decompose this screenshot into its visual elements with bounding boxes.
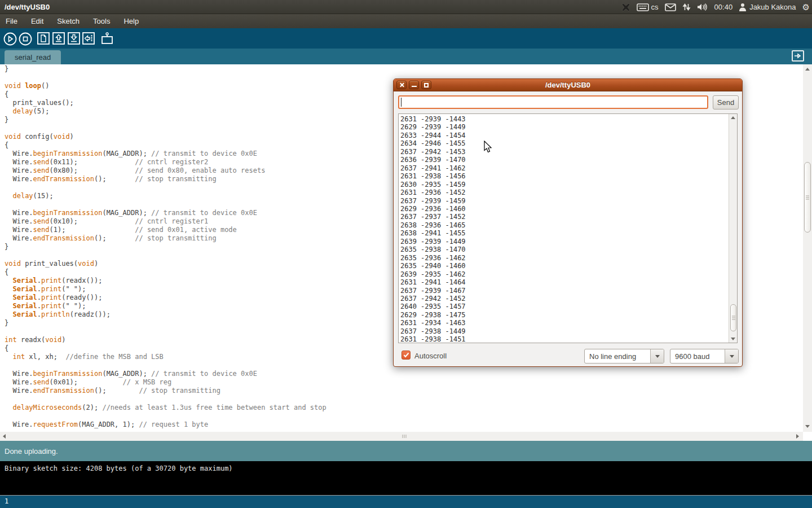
code-line: Wire.endTransmission(); // stop transmit… [5, 387, 326, 395]
chevron-down-icon[interactable] [650, 349, 664, 363]
serial-output: 2631 -2939 -14432629 -2939 -14492633 -29… [400, 115, 728, 343]
scroll-right-arrow-icon[interactable] [796, 434, 799, 439]
menu-edit[interactable]: Edit [24, 14, 50, 28]
code-line: { [5, 344, 326, 353]
serial-line: 2631 -2938 -1456 [400, 172, 728, 180]
line-number-strip: 1 [0, 495, 812, 508]
scroll-left-arrow-icon[interactable] [3, 434, 6, 439]
code-line: Wire.send(0x80); // send 0x80, enable au… [5, 167, 326, 175]
code-line: void print_values(void) [5, 260, 326, 268]
serial-line: 2637 -2942 -1452 [400, 295, 728, 303]
serial-output-view[interactable]: 2631 -2939 -14432629 -2939 -14492633 -29… [398, 113, 738, 343]
chevron-down-icon[interactable] [725, 349, 738, 363]
stop-button[interactable] [19, 32, 31, 45]
serial-line: 2640 -2935 -1457 [400, 303, 728, 310]
serial-line: 2631 -2936 -1452 [400, 189, 728, 196]
tab-menu-button[interactable] [792, 50, 804, 62]
autoscroll-label: Autoscroll [414, 352, 447, 360]
serial-monitor-button[interactable] [101, 32, 113, 45]
serial-line: 2637 -2942 -1453 [400, 148, 728, 156]
build-console: Binary sketch size: 4208 bytes (of a 307… [0, 461, 812, 495]
code-line [5, 251, 326, 260]
serial-line: 2629 -2938 -1475 [400, 311, 728, 319]
serial-line: 2637 -2938 -1449 [400, 327, 728, 335]
open-sketch-button[interactable] [52, 32, 65, 45]
code-line [5, 124, 326, 133]
editor-scroll-thumb[interactable] [804, 162, 811, 233]
code-line: { [5, 268, 326, 277]
scroll-down-arrow-icon[interactable] [805, 425, 810, 428]
network-icon[interactable] [682, 3, 691, 11]
window-minimize-button[interactable] [409, 81, 419, 89]
window-maximize-button[interactable] [421, 81, 431, 89]
code-line: delayMicroseconds(2); //needs at least 1… [5, 404, 326, 412]
code-line: } [5, 243, 326, 251]
scroll-up-arrow-icon[interactable] [805, 68, 810, 71]
code-line: Serial.print(" "); [5, 302, 326, 310]
maximize-icon [424, 83, 429, 87]
code-line [5, 412, 326, 421]
tab-label: serial_read [15, 53, 51, 62]
code-line: } [5, 65, 326, 73]
panel-window-title: /dev/ttyUSB0 [5, 0, 50, 14]
serial-line: 2638 -2941 -1455 [400, 229, 728, 237]
autoscroll-checkbox[interactable] [401, 351, 411, 360]
menu-tools[interactable]: Tools [86, 14, 117, 28]
tab-serial-read[interactable]: serial_read [5, 50, 61, 64]
baud-rate-value: 9600 baud [670, 349, 725, 363]
user-icon [739, 3, 747, 11]
keyboard-icon [637, 3, 649, 11]
menu-sketch[interactable]: Sketch [50, 14, 86, 28]
editor-vertical-scrollbar[interactable] [803, 64, 812, 432]
session-gear-icon[interactable]: ⚙ [802, 3, 810, 11]
upload-button[interactable] [82, 32, 95, 45]
code-line [5, 361, 326, 370]
serial-window-title: /dev/ttyUSB0 [394, 81, 742, 89]
menu-file[interactable]: File [0, 14, 24, 28]
code-line: { [5, 90, 326, 99]
window-close-button[interactable] [396, 81, 407, 89]
serial-line: 2634 -2946 -1455 [400, 139, 728, 147]
keyboard-layout-indicator[interactable]: cs [637, 3, 659, 11]
current-line-number: 1 [5, 497, 8, 505]
serial-line: 2637 -2937 -1452 [400, 213, 728, 221]
menu-help[interactable]: Help [117, 14, 145, 28]
serial-line: 2635 -2936 -1462 [400, 254, 728, 262]
serial-line: 2635 -2938 -1470 [400, 246, 728, 253]
status-message: Done uploading. [5, 447, 58, 456]
serial-line: 2637 -2941 -1462 [400, 164, 728, 172]
serial-line: 2629 -2939 -1449 [400, 123, 728, 131]
serial-send-input[interactable] [398, 95, 708, 109]
send-button[interactable]: Send [713, 95, 739, 110]
scroll-down-arrow-icon[interactable] [731, 338, 735, 340]
mail-icon[interactable] [665, 3, 676, 11]
user-menu[interactable]: Jakub Kakona [739, 3, 796, 11]
verify-button[interactable] [3, 32, 16, 45]
code-line: Wire.send(0x11); // cntrl register2 [5, 158, 326, 167]
close-icon [399, 82, 404, 87]
new-sketch-button[interactable] [37, 32, 50, 45]
code-line: { [5, 141, 326, 150]
serial-scrollbar[interactable] [729, 114, 737, 343]
code-line: } [5, 116, 326, 124]
save-sketch-button[interactable] [68, 32, 80, 45]
serial-window-titlebar[interactable]: /dev/ttyUSB0 [394, 79, 742, 91]
code-line: void config(void) [5, 133, 326, 141]
code-line: void loop() [5, 82, 326, 90]
serial-line: 2631 -2934 -1463 [400, 319, 728, 327]
serial-scroll-thumb[interactable] [730, 304, 736, 331]
editor-horizontal-scrollbar[interactable] [0, 432, 803, 441]
code-line [5, 73, 326, 82]
code-line: Wire.beginTransmission(MAG_ADDR); // tra… [5, 370, 326, 378]
scroll-grip [732, 316, 735, 320]
baud-rate-dropdown[interactable]: 9600 baud [670, 349, 739, 364]
volume-icon[interactable] [697, 3, 708, 11]
clock[interactable]: 00:40 [714, 3, 733, 11]
code-line: Wire.send(0x01); // x MSB reg [5, 378, 326, 387]
notification-icon[interactable] [621, 3, 630, 12]
minimize-icon [412, 86, 417, 87]
code-line [5, 395, 326, 404]
scroll-up-arrow-icon[interactable] [731, 116, 735, 119]
code-line [5, 183, 326, 192]
line-ending-dropdown[interactable]: No line ending [584, 349, 664, 364]
